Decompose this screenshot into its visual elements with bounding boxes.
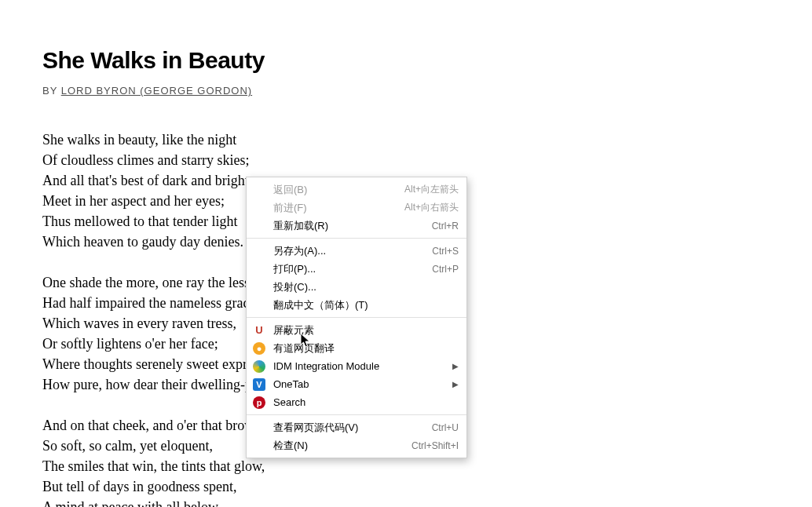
menu-item[interactable]: U屏蔽元素: [247, 321, 466, 339]
menu-item[interactable]: 翻成中文（简体）(T): [247, 296, 466, 314]
menu-shortcut: Alt+向左箭头: [404, 183, 459, 196]
byline: BY LORD BYRON (GEORGE GORDON): [42, 85, 812, 97]
menu-item[interactable]: ●有道网页翻译: [247, 339, 466, 357]
menu-item[interactable]: 投射(C)...: [247, 278, 466, 296]
menu-item-label: OneTab: [273, 378, 452, 390]
poem-line: Of cloudless climes and starry skies;: [42, 150, 812, 170]
menu-item: 前进(F)Alt+向右箭头: [247, 199, 466, 217]
menu-item-label: Search: [273, 396, 459, 408]
menu-item-label: 有道网页翻译: [273, 341, 459, 356]
menu-shortcut: Ctrl+R: [432, 221, 459, 232]
submenu-arrow-icon: ▶: [452, 362, 459, 370]
poem-line: She walks in beauty, like the night: [42, 129, 812, 150]
ublock-icon: U: [253, 324, 265, 337]
pinterest-icon: p: [253, 396, 265, 409]
menu-item-label: 另存为(A)...: [273, 244, 432, 258]
menu-shortcut: Ctrl+P: [432, 264, 459, 275]
menu-item-label: 返回(B): [273, 183, 404, 197]
submenu-arrow-icon: ▶: [452, 380, 459, 388]
menu-shortcut: Alt+向右箭头: [404, 201, 459, 214]
menu-item[interactable]: 打印(P)...Ctrl+P: [247, 260, 466, 278]
idm-icon: [253, 360, 265, 373]
poem-title: She Walks in Beauty: [42, 47, 812, 74]
poem-line: The smiles that win, the tints that glow…: [42, 456, 812, 476]
menu-shortcut: Ctrl+S: [432, 246, 459, 257]
menu-separator: [247, 414, 466, 415]
menu-separator: [247, 317, 466, 318]
menu-item[interactable]: pSearch: [247, 393, 466, 411]
poem-line: But tell of days in goodness spent,: [42, 476, 812, 497]
menu-item: 返回(B)Alt+向左箭头: [247, 181, 466, 199]
menu-separator: [247, 238, 466, 239]
menu-item-label: 前进(F): [273, 201, 404, 215]
menu-item[interactable]: 另存为(A)...Ctrl+S: [247, 242, 466, 260]
menu-item[interactable]: 重新加载(R)Ctrl+R: [247, 217, 466, 235]
menu-item-label: 翻成中文（简体）(T): [273, 298, 459, 312]
menu-item-label: 查看网页源代码(V): [273, 421, 432, 435]
menu-item-label: 检查(N): [273, 439, 411, 453]
menu-item-label: 重新加载(R): [273, 219, 432, 233]
menu-item[interactable]: 查看网页源代码(V)Ctrl+U: [247, 418, 466, 436]
onetab-icon: V: [253, 378, 265, 391]
menu-item[interactable]: IDM Integration Module▶: [247, 357, 466, 375]
menu-item-label: 投射(C)...: [273, 280, 459, 294]
menu-item-label: 打印(P)...: [273, 262, 432, 276]
menu-item-label: 屏蔽元素: [273, 323, 459, 337]
author-link[interactable]: LORD BYRON (GEORGE GORDON): [61, 85, 252, 97]
context-menu[interactable]: 返回(B)Alt+向左箭头前进(F)Alt+向右箭头重新加载(R)Ctrl+R另…: [246, 177, 467, 458]
poem-line: A mind at peace with all below,: [42, 497, 812, 507]
menu-shortcut: Ctrl+U: [432, 422, 459, 433]
menu-item[interactable]: 检查(N)Ctrl+Shift+I: [247, 436, 466, 454]
poem-page: She Walks in Beauty BY LORD BYRON (GEORG…: [0, 0, 812, 507]
menu-item-label: IDM Integration Module: [273, 360, 452, 372]
youdao-icon: ●: [253, 342, 265, 355]
menu-shortcut: Ctrl+Shift+I: [411, 440, 459, 451]
byline-prefix: BY: [42, 85, 61, 97]
menu-item[interactable]: VOneTab▶: [247, 375, 466, 393]
